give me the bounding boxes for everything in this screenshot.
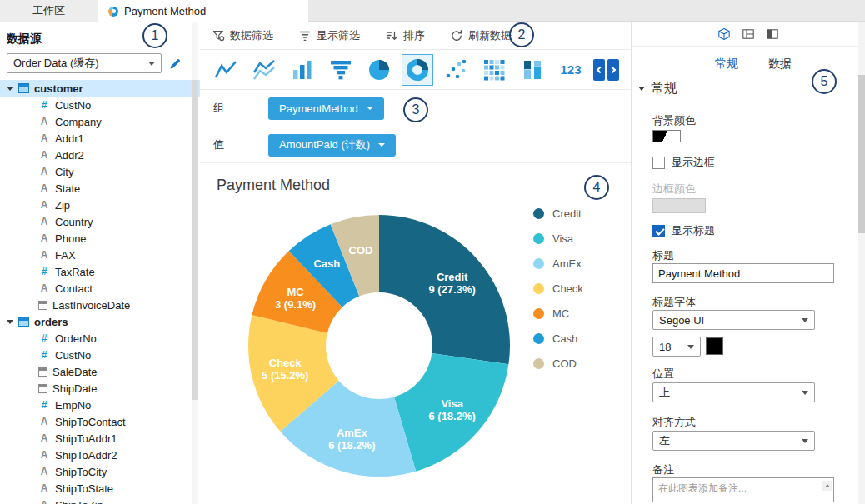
- legend-dot: [533, 233, 544, 244]
- tree-table-customer[interactable]: customer: [0, 80, 200, 97]
- refresh-data-button[interactable]: 刷新数据: [450, 28, 512, 43]
- layout-grid-icon[interactable]: [742, 27, 755, 41]
- legend-item-Credit[interactable]: Credit: [533, 205, 583, 222]
- tree-field-ShipToZip[interactable]: ShipToZip: [0, 497, 200, 504]
- dashboard-designer: 工作区 Payment Method 数据源 Order Data (缓存) c…: [0, 0, 865, 504]
- tab-payment-method[interactable]: Payment Method: [98, 0, 308, 22]
- legend-dot: [533, 283, 544, 294]
- tab-general[interactable]: 常规: [715, 57, 738, 72]
- chevron-down-icon: [378, 143, 385, 147]
- title-input[interactable]: [652, 263, 834, 283]
- scroll-right-button[interactable]: [608, 59, 619, 81]
- tree-field-ShipToState[interactable]: ShipToState: [0, 480, 200, 497]
- chevron-down-icon[interactable]: [7, 320, 13, 324]
- title-label: 标题: [652, 248, 674, 263]
- show-border-checkbox[interactable]: [652, 157, 665, 169]
- text-field-icon: [38, 116, 50, 127]
- sort-button[interactable]: 排序: [385, 28, 425, 43]
- chart-type-scatter[interactable]: [440, 54, 472, 86]
- text-field-icon: [38, 182, 50, 194]
- sidebar-scrollbar[interactable]: [192, 22, 198, 504]
- tree-table-orders[interactable]: orders: [0, 313, 200, 330]
- chart-type-multiline[interactable]: [248, 54, 280, 86]
- chart-type-stacked[interactable]: [517, 54, 548, 86]
- chart-type-number[interactable]: 123: [555, 54, 587, 86]
- tree-field-CustNo[interactable]: CustNo: [0, 347, 200, 363]
- tree-field-ShipDate[interactable]: ShipDate: [0, 380, 200, 397]
- layout-columns-icon[interactable]: [766, 27, 779, 41]
- tab-workspace-label: 工作区: [32, 3, 65, 18]
- legend-item-AmEx[interactable]: AmEx: [533, 255, 583, 272]
- title-font-size-select[interactable]: 18: [652, 337, 701, 357]
- chart-type-donut[interactable]: [402, 54, 433, 86]
- chevron-down-icon[interactable]: [7, 87, 13, 91]
- tree-field-ShipToAddr2[interactable]: ShipToAddr2: [0, 447, 200, 463]
- tree-field-SaleDate[interactable]: SaleDate: [0, 363, 200, 380]
- data-filter-button[interactable]: 数据筛选: [212, 28, 273, 43]
- scroll-left-button[interactable]: [593, 59, 605, 81]
- sidebar-scrollbar-thumb[interactable]: [192, 80, 198, 400]
- tree-field-Addr1[interactable]: Addr1: [0, 130, 200, 147]
- tree-field-FAX[interactable]: FAX: [0, 247, 200, 263]
- chart-card[interactable]: Payment Method Credit9 (27.3%)Visa6 (18.…: [200, 163, 631, 504]
- tab-workspace[interactable]: 工作区: [0, 0, 98, 22]
- chart-type-line[interactable]: [210, 54, 242, 86]
- chart-type-funnel[interactable]: [325, 54, 357, 86]
- chart-type-heatmap[interactable]: [478, 54, 510, 86]
- tree-field-Contact[interactable]: Contact: [0, 280, 200, 297]
- edit-pencil-icon[interactable]: [169, 57, 182, 70]
- tree-field-ShipToAddr1[interactable]: ShipToAddr1: [0, 430, 200, 447]
- group-field-value: PaymentMethod: [279, 102, 358, 115]
- tree-field-OrderNo[interactable]: OrderNo: [0, 330, 200, 347]
- group-field-pill[interactable]: PaymentMethod: [268, 97, 384, 120]
- dataset-select[interactable]: Order Data (缓存): [7, 53, 162, 73]
- number-field-icon: [38, 349, 50, 361]
- chart-legend: CreditVisaAmExCheckMCCashCOD: [533, 205, 583, 372]
- position-select[interactable]: 上: [652, 382, 815, 402]
- value-field-value: AmountPaid (计数): [279, 137, 370, 152]
- value-label: 值: [213, 137, 268, 152]
- tree-field-EmpNo[interactable]: EmpNo: [0, 397, 200, 413]
- tab-data[interactable]: 数据: [768, 57, 792, 72]
- tree-field-Zip[interactable]: Zip: [0, 197, 200, 213]
- border-color-label: 边框颜色: [652, 182, 696, 197]
- chevron-down-icon: [638, 87, 645, 91]
- chevron-right-icon: [609, 66, 616, 72]
- tree-field-CustNo[interactable]: CustNo: [0, 97, 200, 113]
- value-field-pill[interactable]: AmountPaid (计数): [268, 134, 396, 157]
- chart-type-column[interactable]: [287, 54, 318, 86]
- tree-field-ShipToCity[interactable]: ShipToCity: [0, 463, 200, 480]
- alignment-select[interactable]: 左: [652, 431, 815, 451]
- text-field-icon: [38, 499, 50, 504]
- tree-field-State[interactable]: State: [0, 180, 200, 197]
- widget-cube-icon[interactable]: [718, 27, 731, 41]
- legend-item-MC[interactable]: MC: [533, 305, 583, 322]
- tree-field-Addr2[interactable]: Addr2: [0, 147, 200, 163]
- tree-field-ShipToContact[interactable]: ShipToContact: [0, 413, 200, 430]
- legend-item-Visa[interactable]: Visa: [533, 230, 583, 247]
- display-filter-icon: [298, 29, 312, 42]
- general-section-header[interactable]: 常规: [638, 80, 678, 97]
- legend-item-Cash[interactable]: Cash: [533, 330, 583, 347]
- show-title-checkbox[interactable]: [652, 225, 665, 237]
- background-color-swatch[interactable]: [652, 130, 681, 142]
- notes-scroll-up-icon[interactable]: [822, 481, 832, 491]
- tree-field-Phone[interactable]: Phone: [0, 230, 200, 247]
- panel-tabs: 常规 数据: [632, 53, 865, 75]
- legend-item-COD[interactable]: COD: [533, 355, 583, 372]
- panel-scrollbar[interactable]: [858, 22, 865, 504]
- notes-textarea[interactable]: [652, 477, 834, 502]
- tree-field-Company[interactable]: Company: [0, 113, 200, 130]
- chart-type-pie[interactable]: [363, 54, 395, 86]
- panel-scrollbar-thumb[interactable]: [858, 75, 865, 233]
- text-field-icon: [38, 482, 50, 494]
- tree-field-LastInvoiceDate[interactable]: LastInvoiceDate: [0, 297, 200, 313]
- tree-field-Country[interactable]: Country: [0, 213, 200, 230]
- tree-field-City[interactable]: City: [0, 163, 200, 180]
- legend-item-Check[interactable]: Check: [533, 280, 583, 297]
- title-font-color-swatch[interactable]: [706, 337, 723, 355]
- stacked-chart-icon: [521, 58, 544, 82]
- title-font-select[interactable]: Segoe UI: [652, 310, 815, 330]
- display-filter-button[interactable]: 显示筛选: [298, 28, 360, 43]
- tree-field-TaxRate[interactable]: TaxRate: [0, 263, 200, 280]
